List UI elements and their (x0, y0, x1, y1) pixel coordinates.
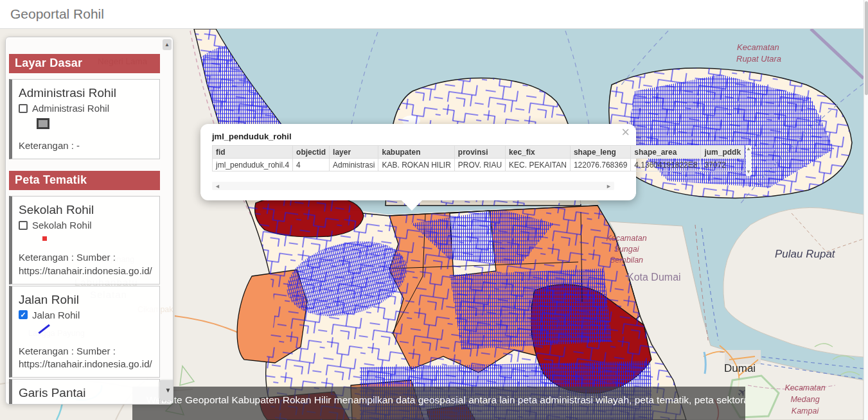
cell-shape-leng: 122076.768369 (570, 159, 630, 171)
table-row: jml_penduduk_rohil.4 4 Administrasi KAB.… (213, 159, 745, 171)
layer-title: Garis Pantai (19, 386, 153, 400)
scroll-down-icon[interactable]: ▼ (746, 170, 751, 175)
layer-keterangan: Keterangan : Sumber : https://tanahair.i… (19, 251, 153, 277)
scroll-right-icon[interactable]: ► (606, 183, 612, 189)
label-rupat-utara-line2: Rupat Utara (736, 54, 781, 64)
checkbox-label: Jalan Rohil (32, 310, 80, 320)
checkbox-jalan[interactable]: ✓ (19, 310, 28, 319)
app-header: Geoportal Rohil (0, 0, 868, 29)
check-icon: ✓ (20, 311, 26, 319)
label-pulau-rupat: Pulau Rupat (775, 248, 836, 260)
col-fid: fid (213, 146, 293, 159)
checkbox-administrasi[interactable]: ✓ (19, 104, 28, 113)
layer-title: Administrasi Rohil (19, 86, 153, 100)
cell-shape-area: 4.13604191822E8 (631, 159, 701, 171)
label-medang-kampai-line2: Medang (790, 395, 819, 404)
col-kabupaten: kabupaten (378, 146, 454, 159)
scroll-left-icon[interactable]: ◄ (215, 183, 220, 189)
popup-vertical-scrollbar[interactable]: ▲ ▼ (746, 145, 751, 176)
layer-panel-sekolah: Sekolah Rohil ✓ Sekolah Rohil Keterangan… (9, 196, 160, 284)
scroll-up-icon[interactable]: ▲ (746, 146, 751, 152)
layer-title: Jalan Rohil (19, 293, 153, 307)
sidebar-scroll-down-icon[interactable]: ▼ (159, 380, 173, 400)
section-header-peta-tematik: Peta Tematik (9, 171, 160, 190)
popup-title: jml_penduduk_rohil (212, 132, 624, 141)
feature-table: fid objectid layer kabupaten provinsi ke… (212, 145, 745, 171)
label-medang-kampai-line1: Kecamatan (784, 383, 825, 392)
label-rupat-utara-line1: Kecamatan (737, 42, 779, 52)
label-dumai: Dumai (724, 362, 756, 374)
layer-checkbox-row-jalan[interactable]: ✓ Jalan Rohil (19, 310, 153, 320)
app-title: Geoportal Rohil (0, 0, 868, 22)
page-scrollbar[interactable] (864, 0, 868, 420)
close-icon[interactable]: × (621, 125, 630, 139)
legend-blue-line-icon (37, 323, 51, 335)
cell-kabupaten: KAB. ROKAN HILIR (378, 159, 454, 171)
layer-title: Sekolah Rohil (19, 203, 153, 217)
layer-sidebar[interactable]: Layar Dasar Administrasi Rohil ✓ Adminis… (5, 37, 173, 405)
col-layer: layer (330, 146, 378, 159)
label-sungai-sembilan-line1: Kecamatan (606, 234, 646, 243)
label-sungai-sembilan-line2: Sungai (614, 245, 640, 254)
footer-description: Website Geoportal Kabupaten Rokan Hilir … (132, 387, 745, 420)
col-shape-leng: shape_leng (570, 146, 630, 159)
checkbox-label: Sekolah Rohil (32, 220, 92, 231)
legend-gray-square-icon (37, 118, 49, 129)
cell-fid: jml_penduduk_rohil.4 (213, 159, 293, 171)
layer-panel-garis-pantai: Garis Pantai (9, 379, 160, 405)
section-header-layar-dasar: Layar Dasar (9, 54, 160, 73)
col-kec-fix: kec_fix (506, 146, 571, 159)
layer-panel-jalan: Jalan Rohil ✓ Jalan Rohil Keterangan : S… (9, 286, 160, 378)
layer-keterangan: Keterangan : Sumber : https://tanahair.i… (19, 345, 153, 371)
col-jum-pddk: jum_pddk (701, 146, 745, 159)
sidebar-scroll-up-icon[interactable]: ▲ (163, 39, 172, 50)
feature-info-popup: × jml_penduduk_rohil fid objectid layer … (200, 124, 636, 200)
label-kota-dumai: Kota Dumai (627, 272, 681, 283)
cell-jum-pddk: 37072 (701, 159, 745, 171)
col-shape-area: shape_area (631, 146, 701, 159)
col-objectid: objectid (293, 146, 330, 159)
cell-objectid: 4 (293, 159, 330, 171)
checkbox-label: Administrasi Rohil (32, 103, 109, 114)
col-provinsi: provinsi (454, 146, 505, 159)
page-scrollbar-thumb[interactable] (865, 1, 868, 95)
layer-checkbox-row-administrasi[interactable]: ✓ Administrasi Rohil (19, 103, 153, 114)
table-header-row: fid objectid layer kabupaten provinsi ke… (213, 146, 745, 159)
label-medang-kampai-line3: Kampai (792, 407, 820, 416)
layer-panel-administrasi: Administrasi Rohil ✓ Administrasi Rohil … (9, 79, 160, 159)
cell-provinsi: PROV. RIAU (454, 159, 505, 171)
popup-horizontal-scrollbar[interactable]: ◄ ► (212, 182, 614, 190)
cell-layer: Administrasi (330, 159, 378, 171)
legend-red-square-icon (42, 236, 47, 241)
cell-kec-fix: KEC. PEKAITAN (506, 159, 571, 171)
layer-keterangan: Keterangan : - (19, 139, 153, 152)
checkbox-sekolah[interactable]: ✓ (19, 221, 28, 230)
label-sungai-sembilan-line3: Sembilan (610, 256, 643, 265)
layer-checkbox-row-sekolah[interactable]: ✓ Sekolah Rohil (19, 220, 153, 231)
